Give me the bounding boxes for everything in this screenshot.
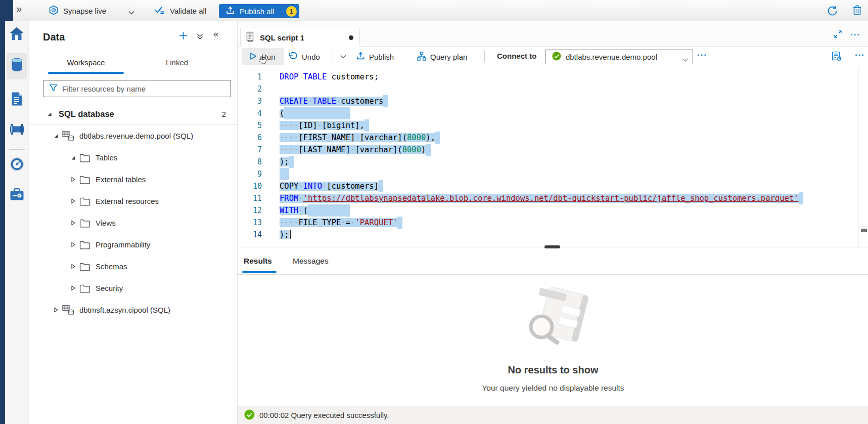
query-plan-icon (417, 52, 426, 62)
scrollbar-thumb[interactable] (861, 229, 867, 232)
caret-collapsed-icon[interactable] (69, 177, 76, 182)
main-pane: SQL script 1 ··· Run Undo Publish (237, 21, 868, 424)
active-tab-underline (242, 271, 277, 273)
run-options-chevron[interactable] (338, 48, 349, 65)
editor-scrollbar[interactable] (858, 67, 859, 247)
line-number: 13 (238, 217, 262, 229)
tab-more-button[interactable]: ··· (850, 30, 860, 39)
separator (333, 51, 333, 62)
code-line-13: ····FILE_TYPE·=·'PARQUET' (280, 217, 803, 229)
nav-item-develop[interactable] (7, 87, 27, 113)
line-number: 6 (238, 132, 262, 144)
toolbar-overflow-button[interactable]: ··· (855, 51, 865, 59)
code-line-4: ( (280, 107, 803, 119)
tab-workspace[interactable]: Workspace (48, 54, 124, 72)
publish-label: Publish (369, 53, 394, 61)
caret-collapsed-icon[interactable] (69, 220, 76, 226)
tree-item-label: SQL database (59, 109, 114, 119)
mode-selector[interactable]: Synapse live (49, 0, 106, 21)
publish-count-badge: 1 (286, 6, 297, 17)
tree-item-schemas[interactable]: Schemas (29, 256, 237, 277)
tab-results[interactable]: Results (244, 253, 272, 269)
caret-collapsed-icon[interactable] (69, 242, 76, 247)
caret-collapsed-icon[interactable] (69, 264, 76, 269)
folder-icon (79, 240, 90, 249)
tree-item-label: Schemas (96, 262, 127, 271)
line-number: 3 (238, 95, 262, 107)
expand-editor-icon[interactable] (834, 30, 842, 40)
caret-collapsed-icon[interactable] (69, 285, 76, 291)
code-lines: DROP TABLE customers;CREATE·TABLE·custom… (280, 71, 803, 241)
no-results-title: No results to show (238, 364, 868, 376)
manage-icon (10, 188, 24, 203)
status-message: 00:00:02 Query executed successfully. (259, 411, 389, 419)
caret-expanded-icon[interactable] (45, 111, 53, 117)
synapse-studio-app: » Synapse live Validate all Publish all … (0, 0, 868, 424)
query-plan-label: Query plan (430, 53, 467, 61)
editor-gutter: 1234567891011121314 (238, 71, 262, 241)
expand-all-icon[interactable] (196, 33, 204, 42)
line-number: 11 (238, 192, 262, 204)
unsaved-dot-icon (349, 35, 353, 40)
caret-expanded-icon[interactable] (69, 155, 76, 160)
properties-icon[interactable] (831, 51, 842, 63)
tab-linked[interactable]: Linked (142, 54, 212, 72)
add-resource-button[interactable] (178, 31, 188, 42)
caret-collapsed-icon[interactable] (69, 198, 76, 204)
collapse-panel-button[interactable]: « (213, 28, 219, 39)
connect-to-label: Connect to (497, 52, 536, 60)
nav-item-manage[interactable] (7, 182, 27, 208)
tree-item-external-resources[interactable]: External resources (29, 190, 237, 212)
tree-item-dbtmsft-azsyn-cipool-sql-[interactable]: dbtmsft.azsyn.cipool (SQL) (29, 299, 237, 321)
expand-panel-button[interactable]: » (16, 3, 21, 15)
caret-expanded-icon[interactable] (52, 133, 59, 139)
code-line-8: ); (280, 156, 803, 168)
tree-item-views[interactable]: Views (29, 212, 237, 234)
sql-code-editor[interactable]: 1234567891011121314 DROP TABLE customers… (238, 67, 868, 247)
nav-divider (9, 149, 25, 150)
develop-icon (11, 92, 23, 108)
tree-item-label: External tables (96, 175, 146, 184)
undo-button[interactable]: Undo (288, 48, 320, 65)
discard-trash-button[interactable] (852, 5, 862, 18)
folder-icon (79, 262, 90, 271)
validate-all-button[interactable]: Validate all (154, 0, 206, 21)
results-tabs: ResultsMessages (238, 248, 868, 274)
folder-icon (79, 175, 90, 184)
tree-item-sql-database[interactable]: SQL database2 (29, 103, 237, 125)
caret-collapsed-icon[interactable] (52, 307, 59, 313)
publish-button[interactable]: Publish (356, 48, 394, 65)
validate-check-icon (154, 5, 165, 17)
code-line-11: FROM·'https://dbtlabsynapsedatalake.blob… (280, 192, 803, 204)
panel-title: Data (43, 31, 65, 43)
tab-messages[interactable]: Messages (293, 253, 329, 269)
tree-item-security[interactable]: Security (29, 277, 237, 299)
nav-item-integrate[interactable] (7, 117, 27, 143)
toolbar-more-button[interactable]: ··· (697, 51, 707, 59)
publish-all-button[interactable]: Publish all 1 (219, 4, 299, 18)
play-icon (249, 52, 257, 62)
tree-item-tables[interactable]: Tables (29, 147, 237, 168)
upload-icon (226, 6, 235, 16)
tree-item-dbtlabs-revenue-demo-pool-sql-[interactable]: dbtlabs.revenue.demo.pool (SQL) (29, 125, 237, 147)
filter-input[interactable] (62, 84, 226, 93)
code-line-5: ····[ID]·[bigint], (280, 119, 803, 132)
tree-item-label: Programmability (96, 240, 150, 249)
query-plan-button[interactable]: Query plan (417, 48, 467, 65)
chevron-down-icon (682, 55, 689, 64)
tree-item-external-tables[interactable]: External tables (29, 168, 237, 190)
chevron-down-icon[interactable] (128, 8, 135, 17)
code-line-6: ····[FIRST_NAME]·[varchar](8000), (280, 132, 803, 144)
nav-item-monitor[interactable] (7, 152, 27, 178)
code-line-1: DROP TABLE customers; (280, 71, 803, 83)
nav-item-data[interactable] (7, 53, 27, 79)
line-number: 12 (238, 204, 262, 217)
tab-sql-script-1[interactable]: SQL script 1 (240, 28, 360, 47)
nav-item-home[interactable] (7, 21, 27, 48)
nav-strip (0, 0, 5, 424)
line-number: 14 (238, 229, 262, 241)
line-number: 1 (238, 71, 262, 83)
connection-dropdown[interactable]: dbtlabs.revenue.demo.pool (545, 50, 693, 64)
refresh-button[interactable] (827, 5, 838, 18)
tree-item-programmability[interactable]: Programmability (29, 234, 237, 256)
